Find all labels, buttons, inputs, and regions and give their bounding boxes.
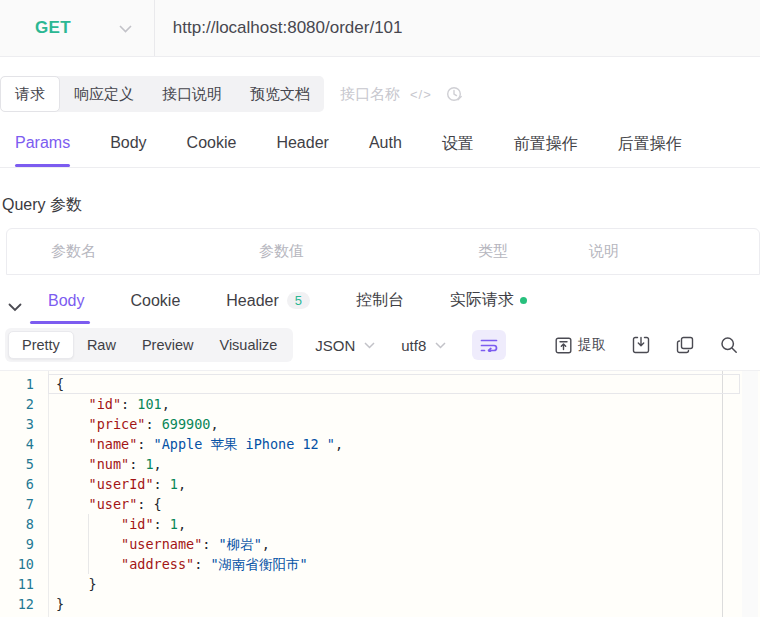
search-icon [720, 336, 738, 354]
clock-icon[interactable] [446, 86, 463, 103]
status-dot [520, 297, 527, 304]
token-pln: : [194, 556, 210, 572]
code-text: { [48, 374, 64, 394]
chevron-down-icon [435, 342, 446, 349]
view-mode-pretty[interactable]: Pretty [8, 331, 74, 359]
code-text: } [48, 574, 97, 594]
param-column-value: 参数值 [259, 242, 478, 261]
token-brace: { [56, 376, 64, 392]
request-tab-params[interactable]: Params [15, 134, 70, 167]
request-url-bar: GET http://localhost:8080/order/101 [0, 0, 760, 57]
token-key: "name" [89, 436, 138, 452]
extract-icon [555, 337, 572, 354]
encoding-dropdown[interactable]: utf8 [401, 337, 446, 354]
chevron-down-icon [364, 342, 375, 349]
line-number: 1 [0, 374, 48, 394]
token-key: "num" [89, 456, 130, 472]
token-pln: : [121, 396, 137, 412]
code-text: "num": 1, [48, 454, 162, 474]
line-number: 4 [0, 434, 48, 454]
view-mode-preview[interactable]: Preview [129, 332, 207, 358]
response-tab-body[interactable]: Body [48, 292, 84, 324]
http-method-selector[interactable]: GET [0, 18, 71, 38]
collapse-chevron-down-icon[interactable] [8, 303, 26, 312]
extract-button[interactable]: 提取 [555, 336, 606, 354]
token-pln: , [210, 416, 218, 432]
request-tab-auth[interactable]: Auth [369, 134, 402, 167]
format-dropdown[interactable]: JSON [315, 337, 375, 354]
word-wrap-icon [480, 338, 498, 352]
header-count-badge: 5 [287, 292, 310, 309]
api-name-placeholder[interactable]: 接口名称 [340, 85, 400, 104]
code-text: "username": "柳岩", [48, 534, 270, 554]
line-number: 3 [0, 414, 48, 434]
api-name-group: 接口名称 </> [340, 85, 463, 104]
response-tab-label: 实际请求 [450, 290, 514, 311]
token-num: 101 [137, 396, 161, 412]
token-key: "address" [121, 556, 194, 572]
token-pln: , [178, 516, 186, 532]
code-line-10: 10 "address": "湖南省衡阳市" [0, 554, 760, 574]
response-tab-actual-request[interactable]: 实际请求 [450, 290, 527, 325]
request-tab-header[interactable]: Header [276, 134, 328, 167]
download-icon [632, 336, 650, 354]
code-line-8: 8 "id": 1, [0, 514, 760, 534]
token-pln: , [178, 476, 186, 492]
line-number: 12 [0, 594, 48, 614]
code-text: "userId": 1, [48, 474, 186, 494]
token-key: "id" [89, 396, 122, 412]
url-input[interactable]: http://localhost:8080/order/101 [155, 18, 403, 38]
doc-tabs-row: 请求响应定义接口说明预览文档 接口名称 </> [0, 76, 760, 112]
code-text: "user": { [48, 494, 162, 514]
token-pln: : [129, 456, 145, 472]
code-line-12: 12} [0, 594, 760, 614]
format-value: JSON [315, 337, 355, 354]
extract-label: 提取 [578, 336, 606, 354]
view-mode-raw[interactable]: Raw [74, 332, 129, 358]
doc-tab-request[interactable]: 请求 [0, 76, 60, 112]
code-line-3: 3 "price": 699900, [0, 414, 760, 434]
chevron-down-icon[interactable] [119, 19, 132, 37]
param-column-name: 参数名 [7, 242, 259, 261]
request-tab-body[interactable]: Body [110, 134, 146, 167]
response-tab-console[interactable]: 控制台 [356, 290, 404, 325]
token-pln: : [154, 476, 170, 492]
code-line-7: 7 "user": { [0, 494, 760, 514]
code-text: } [48, 594, 64, 614]
response-tab-header[interactable]: Header5 [226, 292, 310, 324]
doc-tab-response-definition[interactable]: 响应定义 [60, 76, 148, 112]
token-brace: } [56, 596, 64, 612]
code-text: "id": 101, [48, 394, 170, 414]
token-str: "Apple 苹果 iPhone 12 " [154, 436, 335, 452]
search-button[interactable] [720, 336, 738, 354]
doc-tab-preview-docs[interactable]: 预览文档 [236, 76, 324, 112]
code-text: "price": 699900, [48, 414, 219, 434]
line-number: 11 [0, 574, 48, 594]
viewer-actions: 提取 [555, 336, 760, 354]
request-tab-cookie[interactable]: Cookie [187, 134, 237, 167]
token-brace: { [154, 496, 162, 512]
token-pln: : [145, 416, 161, 432]
viewer-toolbar: PrettyRawPreviewVisualize JSON utf8 提取 [5, 326, 760, 364]
request-tab-settings[interactable]: 设置 [442, 134, 474, 167]
response-tab-label: Body [48, 292, 84, 310]
request-tab-pre-operations[interactable]: 前置操作 [514, 134, 578, 167]
token-pln: , [262, 536, 270, 552]
view-mode-visualize[interactable]: Visualize [206, 332, 290, 358]
line-number: 6 [0, 474, 48, 494]
response-body-editor[interactable]: 1{2 "id": 101,3 "price": 699900,4 "name"… [0, 370, 760, 617]
request-tab-post-operations[interactable]: 后置操作 [618, 134, 682, 167]
code-text: "address": "湖南省衡阳市" [48, 554, 308, 574]
code-line-6: 6 "userId": 1, [0, 474, 760, 494]
word-wrap-button[interactable] [472, 330, 506, 360]
token-key: "price" [89, 416, 146, 432]
copy-button[interactable] [676, 336, 694, 354]
token-pln: : [137, 496, 153, 512]
code-text: "name": "Apple 苹果 iPhone 12 ", [48, 434, 343, 454]
response-tab-cookie[interactable]: Cookie [130, 292, 180, 324]
code-line-9: 9 "username": "柳岩", [0, 534, 760, 554]
response-tabs: BodyCookieHeader5控制台实际请求 [48, 290, 527, 325]
token-pln: : [154, 516, 170, 532]
download-button[interactable] [632, 336, 650, 354]
doc-tab-api-description[interactable]: 接口说明 [148, 76, 236, 112]
